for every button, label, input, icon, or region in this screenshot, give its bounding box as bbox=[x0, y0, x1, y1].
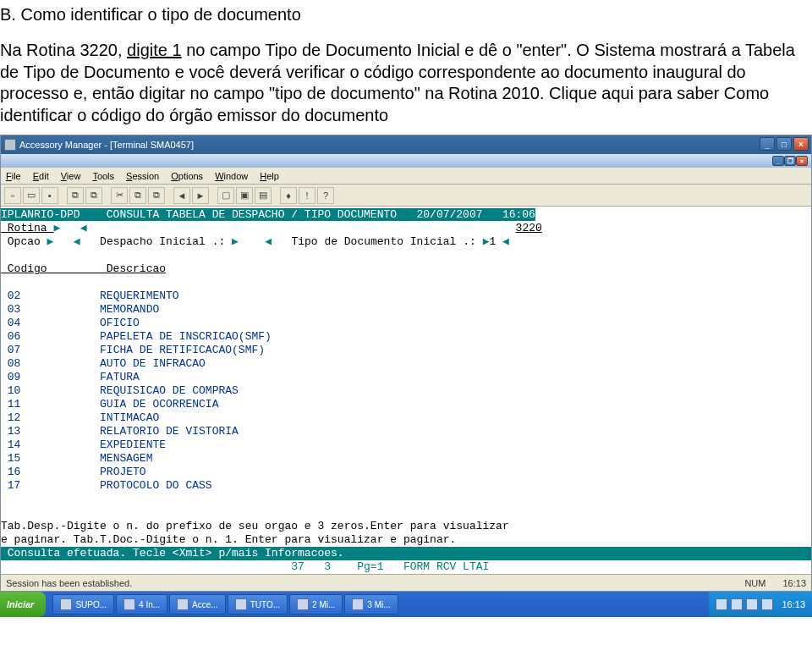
menu-options[interactable]: Options bbox=[171, 171, 203, 181]
task-label: SUPO... bbox=[75, 600, 107, 609]
menu-view[interactable]: View bbox=[61, 171, 81, 181]
opcao-label: Opcao bbox=[1, 235, 47, 248]
menu-tools[interactable]: Tools bbox=[92, 171, 114, 181]
mdi-restore-button[interactable]: ❐ bbox=[784, 156, 796, 166]
window-titlebar[interactable]: Accessory Manager - [Terminal SMA0457] _… bbox=[1, 135, 811, 154]
tool-warn-icon[interactable]: ! bbox=[299, 187, 315, 204]
doc-heading: B. Como identificar o tipo de documento bbox=[0, 5, 812, 25]
tool-open-icon[interactable]: ▭ bbox=[23, 187, 40, 204]
terminal-status-1: Consulta efetuada. Tecle <Xmit> p/mais I… bbox=[1, 547, 811, 560]
tool-transmit-icon[interactable]: ♦ bbox=[280, 187, 297, 204]
taskbar-item[interactable]: TUTO... bbox=[228, 594, 288, 615]
menu-session[interactable]: Session bbox=[126, 171, 159, 181]
minimize-button[interactable]: _ bbox=[760, 137, 775, 151]
tray-icon[interactable] bbox=[716, 598, 727, 610]
tipo-doc-field[interactable]: 1 bbox=[489, 235, 496, 248]
start-button[interactable]: Iniciar bbox=[0, 592, 46, 617]
tool-paste-icon[interactable]: ⧉ bbox=[85, 187, 102, 204]
task-label: 4 In... bbox=[139, 600, 160, 609]
rotina-field[interactable]: 3220 bbox=[516, 222, 542, 234]
help-line-1: Tab.Desp.-Digite o n. do prefixo de seu … bbox=[1, 520, 509, 532]
task-icon bbox=[297, 598, 309, 610]
close-button[interactable]: × bbox=[793, 137, 809, 151]
window-title: Accessory Manager - [Terminal SMA0457] bbox=[19, 140, 194, 150]
tool-copy2-icon[interactable]: ⧉ bbox=[129, 187, 146, 204]
tool-paste2-icon[interactable]: ⧉ bbox=[148, 187, 165, 204]
task-icon bbox=[352, 598, 364, 610]
doc-paragraph: Na Rotina 3220, digite 1 no campo Tipo d… bbox=[0, 40, 812, 126]
tool-screen2-icon[interactable]: ▣ bbox=[236, 187, 253, 204]
tool-new-icon[interactable]: ▫ bbox=[4, 187, 21, 204]
help-line-2: e paginar. Tab.T.Doc.-Digite o n. 1. Ent… bbox=[1, 533, 456, 546]
start-label: Iniciar bbox=[7, 599, 34, 609]
tool-cut-icon[interactable]: ✂ bbox=[111, 187, 128, 204]
taskbar-item[interactable]: SUPO... bbox=[52, 594, 114, 615]
tool-help-icon[interactable]: ? bbox=[317, 187, 334, 204]
app-status-bar: Session has been established. NUM 16:13 bbox=[1, 574, 811, 591]
tipo-doc-label: Tipo de Documento Inicial .: bbox=[291, 235, 482, 248]
toolbar: ▫ ▭ ▪ ⧉ ⧉ ✂ ⧉ ⧉ ◄ ► ▢ ▣ ▤ ♦ ! ? bbox=[1, 185, 811, 207]
para-a: Na Rotina 3220, bbox=[0, 41, 127, 59]
mdi-titlebar: _ ❐ × bbox=[1, 154, 811, 168]
task-icon bbox=[123, 598, 135, 610]
tool-screen1-icon[interactable]: ▢ bbox=[217, 187, 234, 204]
task-icon bbox=[235, 598, 247, 610]
tray-clock: 16:13 bbox=[782, 599, 805, 609]
windows-taskbar: Iniciar SUPO...4 In...Acce...TUTO...2 Mi… bbox=[0, 592, 812, 617]
taskbar-item[interactable]: Acce... bbox=[169, 594, 226, 615]
task-icon bbox=[60, 598, 72, 610]
session-status: Session has been established. bbox=[6, 578, 132, 588]
task-label: 3 Mi... bbox=[367, 600, 390, 609]
app-window: Accessory Manager - [Terminal SMA0457] _… bbox=[0, 135, 812, 592]
despacho-label: Despacho Inicial .: bbox=[100, 235, 232, 248]
status-clock: 16:13 bbox=[782, 578, 806, 588]
menu-help[interactable]: Help bbox=[260, 171, 279, 181]
app-icon bbox=[4, 139, 16, 151]
menu-window[interactable]: Window bbox=[215, 171, 248, 181]
table-rows: 02 REQUERIMENTO 03 MEMORANDO 04 OFICIO 0… bbox=[1, 289, 811, 493]
taskbar-item[interactable]: 4 In... bbox=[116, 594, 167, 615]
task-icon bbox=[177, 598, 189, 610]
tool-screen3-icon[interactable]: ▤ bbox=[255, 187, 272, 204]
task-label: TUTO... bbox=[250, 600, 280, 609]
task-label: 2 Mi... bbox=[312, 600, 335, 609]
terminal-status-2: 37 3 Pg=1 FORM RCV LTAI bbox=[1, 560, 811, 574]
mdi-close-button[interactable]: × bbox=[796, 156, 808, 166]
tool-save-icon[interactable]: ▪ bbox=[41, 187, 58, 204]
column-headers: Codigo Descricao bbox=[1, 262, 166, 275]
taskbar-item[interactable]: 2 Mi... bbox=[289, 594, 343, 615]
menu-file[interactable]: File bbox=[6, 171, 21, 181]
mdi-minimize-button[interactable]: _ bbox=[772, 156, 784, 166]
status-num: NUM bbox=[744, 578, 765, 588]
menu-edit[interactable]: Edit bbox=[33, 171, 49, 181]
tray-icon[interactable] bbox=[761, 598, 773, 610]
tool-copy-icon[interactable]: ⧉ bbox=[67, 187, 84, 204]
task-label: Acce... bbox=[192, 600, 218, 609]
maximize-button[interactable]: □ bbox=[776, 137, 792, 151]
terminal-header-line: IPLANRIO-DPD CONSULTA TABELA DE DESPACHO… bbox=[1, 208, 535, 221]
tool-next-icon[interactable]: ► bbox=[192, 187, 209, 204]
system-tray[interactable]: 16:13 bbox=[709, 592, 812, 617]
tray-icon[interactable] bbox=[731, 598, 743, 610]
taskbar-item[interactable]: 3 Mi... bbox=[344, 594, 398, 615]
terminal-screen[interactable]: IPLANRIO-DPD CONSULTA TABELA DE DESPACHO… bbox=[1, 207, 811, 547]
tool-prev-icon[interactable]: ◄ bbox=[173, 187, 190, 204]
para-u: digite 1 bbox=[127, 41, 182, 59]
menu-bar: File Edit View Tools Session Options Win… bbox=[1, 168, 811, 185]
rotina-label: Rotina bbox=[1, 222, 53, 234]
tray-icon[interactable] bbox=[746, 598, 758, 610]
